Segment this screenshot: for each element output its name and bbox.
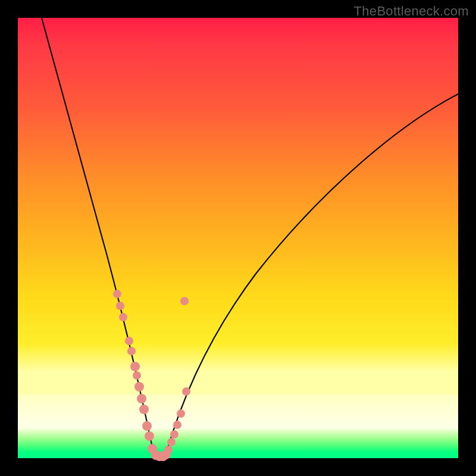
data-dot <box>167 438 176 446</box>
data-dot <box>127 347 136 355</box>
watermark: TheBottleneck.com <box>354 4 469 19</box>
data-dot <box>139 405 149 414</box>
data-dot <box>137 394 146 403</box>
data-dot <box>113 290 121 298</box>
data-dot <box>173 421 181 429</box>
data-dot <box>170 430 178 439</box>
plot-area <box>18 18 458 458</box>
data-dot <box>133 371 141 380</box>
data-dot <box>116 302 124 310</box>
data-dot <box>145 431 154 441</box>
dots-group <box>113 290 190 461</box>
chart-frame: TheBottleneck.com <box>0 0 476 476</box>
data-dot <box>134 382 144 392</box>
curves-svg <box>18 18 458 458</box>
data-dot <box>130 362 140 371</box>
right-curve <box>165 94 458 456</box>
data-dot <box>180 297 189 305</box>
data-dot <box>142 421 152 431</box>
data-dot <box>125 337 133 345</box>
data-dot <box>164 446 173 454</box>
data-dot <box>119 313 127 321</box>
data-dot <box>182 387 190 396</box>
data-dot <box>177 409 185 418</box>
